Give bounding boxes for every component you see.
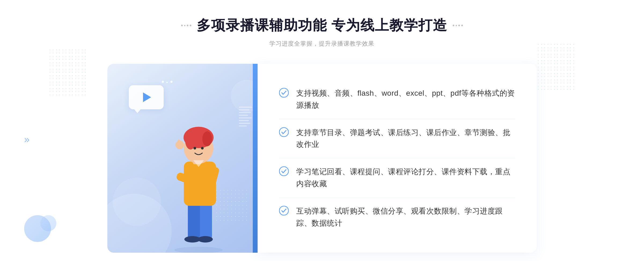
- feature-text-2: 支持章节目录、弹题考试、课后练习、课后作业、章节测验、批改作业: [296, 127, 515, 151]
- circle-medium: [113, 178, 161, 226]
- chevron-left-icon: »: [24, 134, 30, 145]
- check-icon-3: [279, 166, 289, 176]
- header-section: 多项录播课辅助功能 专为线上教学打造 学习进度全掌握，提升录播课教学效果: [181, 16, 463, 48]
- title-dots-right: [453, 25, 463, 26]
- blue-stripe: [253, 64, 258, 253]
- deco-circle-blue-small: [40, 215, 56, 231]
- svg-point-18: [279, 88, 288, 97]
- feature-text-4: 互动弹幕、试听购买、微信分享、观看次数限制、学习进度跟踪、数据统计: [296, 205, 515, 229]
- feature-text-3: 学习笔记回看、课程提问、课程评论打分、课件资料下载，重点内容收藏: [296, 166, 515, 190]
- feature-item-1: 支持视频、音频、flash、word、excel、ppt、pdf等各种格式的资源…: [279, 80, 515, 119]
- subtitle: 学习进度全掌握，提升录播课教学效果: [181, 40, 463, 48]
- page-wrapper: » 多项录播课辅助功能 专为线上教学打造 学习进度全掌握，提升录播课教学效果: [0, 0, 644, 261]
- main-content: 支持视频、音频、flash、word、excel、ppt、pdf等各种格式的资源…: [107, 64, 537, 253]
- check-icon-1: [279, 88, 289, 98]
- feature-item-2: 支持章节目录、弹题考试、课后练习、课后作业、章节测验、批改作业: [279, 119, 515, 159]
- dots-right-decoration: [537, 43, 574, 91]
- feature-item-3: 学习笔记回看、课程提问、课程评论打分、课件资料下载，重点内容收藏: [279, 158, 515, 198]
- feature-item-4: 互动弹幕、试听购买、微信分享、观看次数限制、学习进度跟踪、数据统计: [279, 198, 515, 237]
- svg-point-19: [279, 128, 288, 137]
- bubble-body: [129, 85, 164, 109]
- bubble-tail: [134, 109, 141, 113]
- svg-point-21: [279, 206, 288, 215]
- svg-point-11: [185, 131, 196, 150]
- feature-text-1: 支持视频、音频、flash、word、excel、ppt、pdf等各种格式的资源…: [296, 87, 515, 111]
- svg-point-20: [279, 167, 288, 176]
- check-icon-2: [279, 127, 289, 137]
- speech-bubble: [129, 85, 164, 112]
- check-icon-4: [279, 206, 289, 215]
- sparkle-decoration: [161, 80, 173, 85]
- sparkle-dot-1: [162, 81, 164, 83]
- illustration-card: [107, 64, 258, 253]
- features-card: 支持视频、音频、flash、word、excel、ppt、pdf等各种格式的资源…: [258, 64, 537, 253]
- svg-rect-16: [178, 140, 180, 147]
- dots-left-decoration: [48, 48, 86, 96]
- svg-point-0: [174, 247, 223, 253]
- svg-point-4: [198, 236, 213, 243]
- svg-point-14: [201, 147, 204, 150]
- stripes-decoration: [239, 107, 252, 139]
- svg-rect-1: [188, 202, 200, 239]
- title-row: 多项录播课辅助功能 专为线上教学打造: [181, 16, 463, 35]
- title-dots-left: [181, 25, 191, 26]
- human-figure: [158, 113, 239, 253]
- play-icon: [143, 92, 151, 102]
- main-title: 多项录播课辅助功能 专为线上教学打造: [197, 16, 447, 35]
- svg-point-13: [193, 147, 196, 150]
- sparkle-dot-2: [166, 82, 168, 83]
- sparkle-dot-3: [170, 81, 173, 83]
- svg-rect-2: [200, 202, 212, 239]
- svg-point-12: [202, 131, 212, 146]
